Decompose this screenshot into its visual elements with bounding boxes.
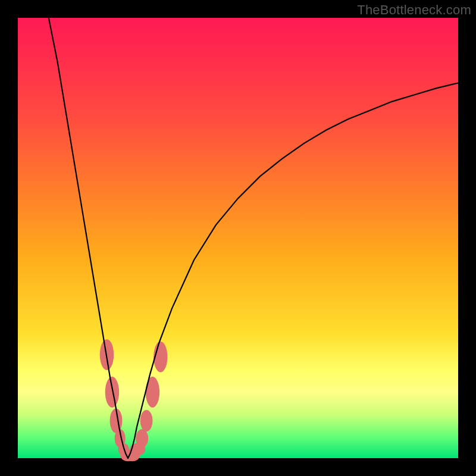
plot-area [18, 18, 458, 458]
highlight-marker [136, 429, 148, 447]
highlight-marker [140, 410, 153, 431]
curve-right-branch [128, 83, 458, 459]
highlight-marker [105, 377, 119, 408]
highlight-marker [154, 342, 167, 372]
watermark-text: TheBottleneck.com [357, 2, 471, 18]
chart-frame: TheBottleneck.com [0, 0, 476, 476]
curve-layer [18, 18, 458, 458]
